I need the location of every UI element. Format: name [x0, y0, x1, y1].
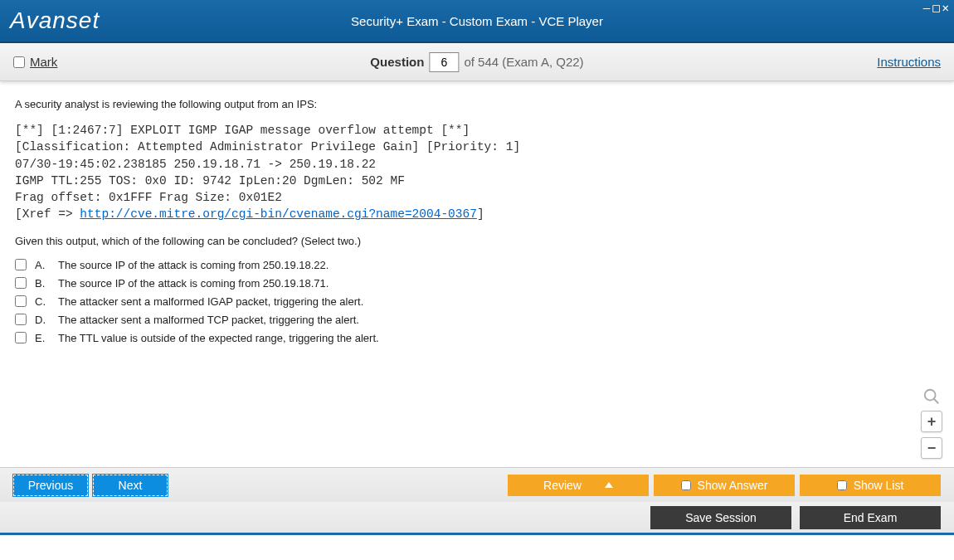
chevron-up-icon	[605, 482, 613, 488]
title-bar: Avanset Security+ Exam - Custom Exam - V…	[0, 0, 954, 43]
svg-line-1	[934, 399, 939, 404]
question-number-input[interactable]	[429, 52, 459, 72]
question-sub: Given this output, which of the followin…	[15, 235, 939, 247]
window-controls: — □ ✕	[923, 2, 949, 13]
review-button[interactable]: Review	[508, 475, 649, 496]
save-session-button[interactable]: Save Session	[650, 506, 791, 529]
answer-option[interactable]: A. The source IP of the attack is coming…	[15, 259, 939, 271]
answer-letter: D.	[35, 314, 50, 326]
answer-option[interactable]: E. The TTL value is outside of the expec…	[15, 332, 939, 344]
answer-checkbox[interactable]	[15, 259, 27, 270]
answer-checkbox[interactable]	[15, 295, 27, 307]
answer-letter: E.	[35, 332, 50, 344]
previous-button[interactable]: Previous	[13, 475, 88, 496]
instructions-link[interactable]: Instructions	[877, 55, 941, 69]
question-toolbar: Mark Question of 544 (Exam A, Q22) Instr…	[0, 43, 954, 81]
answer-text: The TTL value is outside of the expected…	[58, 332, 379, 344]
svg-point-0	[925, 390, 936, 401]
answer-letter: B.	[35, 277, 50, 290]
question-content: A security analyst is reviewing the foll…	[0, 81, 954, 467]
mark-label[interactable]: Mark	[30, 55, 57, 69]
answer-text: The attacker sent a malformed IGAP packe…	[58, 295, 363, 308]
zoom-in-button[interactable]: +	[921, 411, 942, 432]
answer-option[interactable]: C. The attacker sent a malformed IGAP pa…	[15, 295, 939, 308]
answer-checkbox[interactable]	[15, 314, 27, 325]
question-total: of 544 (Exam A, Q22)	[464, 55, 583, 69]
answer-letter: A.	[35, 259, 50, 271]
answer-text: The attacker sent a malformed TCP packet…	[58, 314, 359, 326]
minimize-icon[interactable]: —	[923, 2, 930, 13]
show-list-button[interactable]: Show List	[800, 475, 941, 496]
show-answer-checkbox[interactable]	[681, 480, 691, 490]
close-icon[interactable]: ✕	[942, 2, 949, 13]
answer-letter: C.	[35, 295, 50, 308]
nav-footer: Previous Next Review Show Answer Show Li…	[0, 467, 954, 502]
zoom-controls: + −	[921, 387, 942, 459]
question-intro: A security analyst is reviewing the foll…	[15, 98, 939, 110]
cve-link[interactable]: http://cve.mitre.org/cgi-bin/cvename.cgi…	[80, 207, 477, 221]
question-counter: Question of 544 (Exam A, Q22)	[370, 52, 583, 72]
mark-checkbox-wrap[interactable]: Mark	[13, 55, 57, 69]
maximize-icon[interactable]: □	[932, 2, 939, 13]
question-word: Question	[370, 55, 424, 69]
answer-text: The source IP of the attack is coming fr…	[58, 259, 329, 271]
end-exam-button[interactable]: End Exam	[800, 506, 941, 529]
zoom-out-button[interactable]: −	[921, 437, 942, 459]
magnifier-icon[interactable]	[922, 387, 941, 406]
answer-text: The source IP of the attack is coming fr…	[58, 277, 329, 290]
ips-output: [**] [1:2467:7] EXPLOIT IGMP IGAP messag…	[15, 122, 939, 223]
answer-checkbox[interactable]	[15, 277, 27, 289]
show-list-checkbox[interactable]	[837, 480, 847, 490]
mark-checkbox[interactable]	[13, 56, 25, 68]
next-button[interactable]: Next	[93, 475, 168, 496]
session-footer: Save Session End Exam	[0, 502, 954, 535]
window-title: Security+ Exam - Custom Exam - VCE Playe…	[351, 14, 603, 28]
answer-checkbox[interactable]	[15, 332, 27, 343]
app-logo: Avanset	[10, 7, 100, 34]
show-answer-button[interactable]: Show Answer	[654, 475, 795, 496]
answer-list: A. The source IP of the attack is coming…	[15, 259, 939, 344]
answer-option[interactable]: D. The attacker sent a malformed TCP pac…	[15, 314, 939, 326]
answer-option[interactable]: B. The source IP of the attack is coming…	[15, 277, 939, 290]
